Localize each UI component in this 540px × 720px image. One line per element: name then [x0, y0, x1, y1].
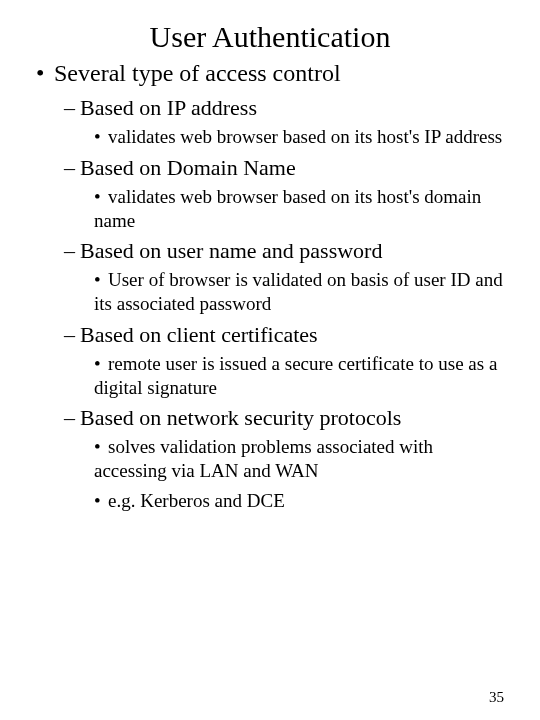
bullet-level-3: •validates web browser based on its host…: [94, 185, 504, 233]
dot-icon: •: [94, 489, 108, 513]
bullet-level-3-text: solves validation problems associated wi…: [94, 436, 433, 481]
dot-icon: •: [94, 185, 108, 209]
dash-icon: –: [64, 155, 80, 181]
slide-title: User Authentication: [36, 20, 504, 54]
dot-icon: •: [94, 125, 108, 149]
bullet-level-2-text: Based on client certificates: [80, 322, 318, 347]
bullet-level-3: •validates web browser based on its host…: [94, 125, 504, 149]
dot-icon: •: [94, 435, 108, 459]
slide: User Authentication •Several type of acc…: [0, 0, 540, 720]
bullet-level-3-text: e.g. Kerberos and DCE: [108, 490, 285, 511]
bullet-level-3: •User of browser is validated on basis o…: [94, 268, 504, 316]
bullet-level-3-text: remote user is issued a secure certifica…: [94, 353, 497, 398]
bullet-level-2: –Based on network security protocols: [64, 405, 504, 431]
bullet-level-3: •e.g. Kerberos and DCE: [94, 489, 504, 513]
dash-icon: –: [64, 95, 80, 121]
bullet-level-2-text: Based on IP address: [80, 95, 257, 120]
dash-icon: –: [64, 405, 80, 431]
bullet-level-2-text: Based on Domain Name: [80, 155, 296, 180]
bullet-level-3: •solves validation problems associated w…: [94, 435, 504, 483]
bullet-icon: •: [36, 60, 54, 87]
bullet-level-3-text: validates web browser based on its host'…: [108, 126, 502, 147]
bullet-level-1-text: Several type of access control: [54, 60, 341, 86]
page-number: 35: [489, 689, 504, 706]
bullet-level-2-text: Based on user name and password: [80, 238, 382, 263]
dash-icon: –: [64, 238, 80, 264]
dot-icon: •: [94, 268, 108, 292]
bullet-level-3-text: User of browser is validated on basis of…: [94, 269, 503, 314]
bullet-level-2: –Based on Domain Name: [64, 155, 504, 181]
bullet-level-2: –Based on IP address: [64, 95, 504, 121]
bullet-level-3: •remote user is issued a secure certific…: [94, 352, 504, 400]
bullet-level-1: •Several type of access control: [36, 60, 504, 87]
bullet-level-2: –Based on user name and password: [64, 238, 504, 264]
bullet-level-3-text: validates web browser based on its host'…: [94, 186, 481, 231]
bullet-level-2-text: Based on network security protocols: [80, 405, 401, 430]
dash-icon: –: [64, 322, 80, 348]
dot-icon: •: [94, 352, 108, 376]
bullet-level-2: –Based on client certificates: [64, 322, 504, 348]
